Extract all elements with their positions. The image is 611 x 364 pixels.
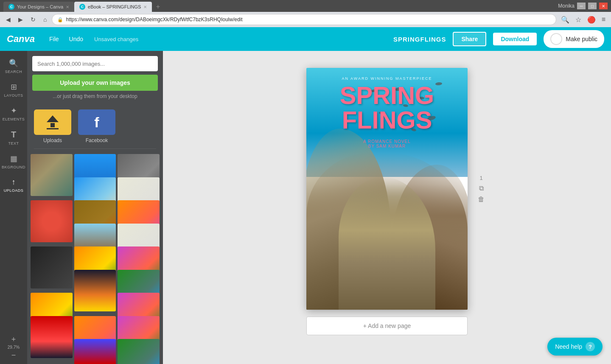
home-button[interactable]: ⌂ xyxy=(41,14,49,25)
facebook-icon: f xyxy=(94,114,99,131)
page-number: 1 xyxy=(479,175,482,181)
sidebar-item-layouts[interactable]: ⊞ LAYOUTS xyxy=(0,78,27,102)
bkground-label: BKGROUND xyxy=(2,165,25,169)
list-item[interactable] xyxy=(31,316,73,358)
tab-close-2[interactable]: ✕ xyxy=(143,5,147,9)
page-controls: 1 ⧉ 🗑 xyxy=(478,175,485,203)
image-search-input[interactable] xyxy=(32,56,158,71)
reload-button[interactable]: ↻ xyxy=(28,14,38,25)
sidebar-item-bkground[interactable]: ▦ BKGROUND xyxy=(0,150,27,174)
cover-byline2: BY SAM KUMAR xyxy=(315,144,459,148)
layouts-icon: ⊞ xyxy=(11,82,17,92)
duplicate-page-button[interactable]: ⧉ xyxy=(479,185,484,192)
list-item[interactable] xyxy=(118,339,160,364)
search-label: SEARCH xyxy=(5,70,22,74)
app: Canva File Undo Unsaved changes SPRINGFL… xyxy=(0,27,611,364)
undo-menu[interactable]: Undo xyxy=(65,33,87,45)
forward-button[interactable]: ▶ xyxy=(16,14,25,25)
make-public-button[interactable]: Make public xyxy=(544,30,604,48)
download-button[interactable]: Download xyxy=(493,33,537,45)
url-text: https://www.canva.com/design/DABoeimgcXk… xyxy=(66,17,550,22)
elements-label: ELEMENTS xyxy=(3,117,25,121)
tab-your-designs[interactable]: C Your Designs – Canva ✕ xyxy=(3,2,74,12)
design-title: SPRINGFLINGS xyxy=(393,36,446,43)
uploads-icon: ↑ xyxy=(12,178,16,187)
help-question-mark: ? xyxy=(589,344,592,350)
facebook-thumb: f xyxy=(78,109,115,135)
minimize-button[interactable]: ─ xyxy=(577,3,586,9)
facebook-source-label: Facebook xyxy=(86,137,108,143)
zoom-level: 29.7% xyxy=(8,345,20,350)
source-facebook[interactable]: f Facebook xyxy=(78,109,115,143)
menu-icon[interactable]: ≡ xyxy=(600,14,608,25)
list-item[interactable] xyxy=(74,270,116,312)
upload-arrow-icon xyxy=(47,115,59,122)
delete-page-button[interactable]: 🗑 xyxy=(478,196,485,203)
drag-hint: ...or just drag them from your desktop xyxy=(32,93,158,99)
close-button[interactable]: ✕ xyxy=(599,3,608,9)
source-uploads[interactable]: Uploads xyxy=(34,109,71,143)
nav-actions: 🔍 ☆ 🔴 ≡ xyxy=(559,14,608,25)
browser-chrome: C Your Designs – Canva ✕ C eBook – SPRIN… xyxy=(0,0,611,27)
search-icon: 🔍 xyxy=(9,59,18,68)
title-bar: C Your Designs – Canva ✕ C eBook – SPRIN… xyxy=(0,0,611,12)
extension-icon[interactable]: 🔴 xyxy=(585,14,598,25)
zoom-in-button[interactable]: + xyxy=(11,336,16,343)
help-button[interactable]: Need help ? xyxy=(547,338,603,356)
canva-logo: Canva xyxy=(7,34,35,45)
book-cover: AN AWARD WINNING MASTERPIECE SPRING FLIN… xyxy=(306,68,468,310)
bookmark-icon[interactable]: ☆ xyxy=(573,14,583,25)
sidebar-icons: 🔍 SEARCH ⊞ LAYOUTS ✦ ELEMENTS T TEXT ▦ B… xyxy=(0,51,27,364)
list-item[interactable] xyxy=(31,154,73,196)
bkground-icon: ▦ xyxy=(10,154,17,163)
source-row: Uploads f Facebook xyxy=(27,104,163,147)
unsaved-label: Unsaved changes xyxy=(94,36,138,42)
sidebar-item-elements[interactable]: ✦ ELEMENTS xyxy=(0,102,27,126)
tab-bar: C Your Designs – Canva ✕ C eBook – SPRIN… xyxy=(3,0,164,12)
sidebar-item-uploads[interactable]: ↑ UPLOADS xyxy=(0,174,27,197)
list-item[interactable] xyxy=(31,246,73,288)
cover-award-text: AN AWARD WINNING MASTERPIECE xyxy=(315,76,459,81)
tab-ebook[interactable]: C eBook – SPRINGFLINGS ✕ xyxy=(74,2,152,12)
cover-title-flings: FLINGS xyxy=(315,108,459,132)
upload-images-button[interactable]: Upload your own images xyxy=(32,75,158,91)
topbar-menu: File Undo xyxy=(45,33,87,45)
tab-label-1: Your Designs – Canva xyxy=(17,4,63,9)
window-controls: Monika ─ □ ✕ xyxy=(558,3,608,9)
tab-favicon-1: C xyxy=(8,4,14,10)
search-area: Upload your own images ...or just drag t… xyxy=(27,51,163,104)
image-grid xyxy=(27,151,163,364)
canvas-area: AN AWARD WINNING MASTERPIECE SPRING FLIN… xyxy=(163,51,611,364)
file-menu[interactable]: File xyxy=(45,33,63,45)
tab-favicon-2: C xyxy=(79,4,85,10)
list-item[interactable] xyxy=(74,339,116,364)
username-display: Monika xyxy=(558,3,575,9)
add-page-button[interactable]: + Add a new page xyxy=(306,316,468,335)
tab-close-1[interactable]: ✕ xyxy=(66,5,69,9)
design-canvas[interactable]: AN AWARD WINNING MASTERPIECE SPRING FLIN… xyxy=(306,68,468,310)
address-bar[interactable]: 🔒 https://www.canva.com/design/DABoeimgc… xyxy=(52,14,556,25)
layouts-label: LAYOUTS xyxy=(4,93,23,98)
search-nav-icon[interactable]: 🔍 xyxy=(559,14,572,25)
uploads-thumb xyxy=(34,109,71,135)
back-button[interactable]: ◀ xyxy=(3,14,13,25)
new-tab-button[interactable]: + xyxy=(152,2,164,12)
nav-bar: ◀ ▶ ↻ ⌂ 🔒 https://www.canva.com/design/D… xyxy=(0,12,611,27)
text-icon: T xyxy=(11,130,16,140)
tab-label-2: eBook – SPRINGFLINGS xyxy=(88,4,141,9)
sidebar-item-text[interactable]: T TEXT xyxy=(0,126,27,150)
maximize-button[interactable]: □ xyxy=(588,3,597,9)
uploads-source-label: Uploads xyxy=(43,137,62,143)
sidebar-bottom: + 29.7% − xyxy=(8,336,20,364)
panel-divider xyxy=(34,148,156,149)
upload-rect-icon xyxy=(50,123,55,127)
sidebar-item-search[interactable]: 🔍 SEARCH xyxy=(0,54,27,78)
list-item[interactable] xyxy=(31,200,73,242)
make-public-label: Make public xyxy=(566,36,597,42)
help-label: Need help xyxy=(555,343,582,350)
share-button[interactable]: Share xyxy=(453,32,486,46)
left-panel: Upload your own images ...or just drag t… xyxy=(27,51,163,364)
zoom-out-button[interactable]: − xyxy=(11,351,16,359)
ssl-lock-icon: 🔒 xyxy=(57,17,63,22)
page-container: AN AWARD WINNING MASTERPIECE SPRING FLIN… xyxy=(306,68,468,310)
